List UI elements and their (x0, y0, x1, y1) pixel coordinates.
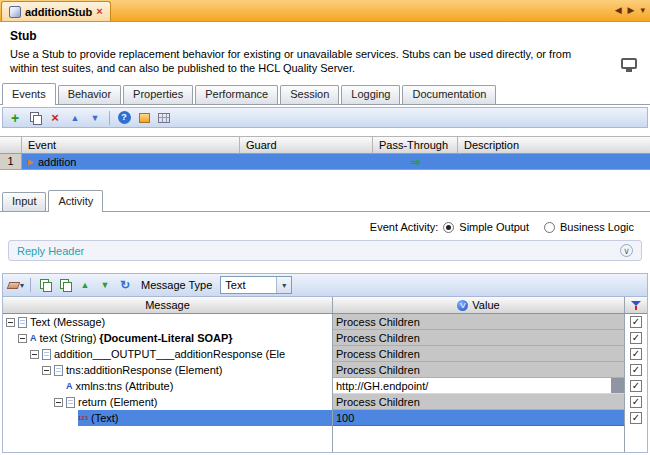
help-button[interactable]: ? (116, 110, 132, 126)
include-checkbox[interactable]: ✓ (630, 332, 642, 344)
tab-input[interactable]: Input (2, 192, 46, 211)
collapse-toggle-icon[interactable] (54, 398, 63, 407)
element-node-icon (54, 365, 63, 376)
tab-events[interactable]: Events (2, 83, 56, 105)
node-format-label: {Document-Literal SOAP} (99, 332, 232, 344)
move-down-button[interactable]: ▼ (87, 110, 103, 126)
collapse-toggle-icon[interactable] (6, 318, 15, 327)
event-row-addition[interactable]: 1 ► addition ⇒ (0, 154, 650, 170)
message-row[interactable]: return (Element) Process Children ✓ (3, 394, 647, 410)
event-sub-tabs: Input Activity (0, 190, 650, 212)
toolbar-separator (109, 111, 110, 125)
include-checkbox[interactable]: ✓ (630, 348, 642, 360)
text-node-icon: 123 (78, 415, 88, 421)
message-table-header: Message V Value (3, 297, 647, 314)
node-label: Text (Message) (30, 316, 105, 328)
value-cell[interactable]: http://GH.endpoint/ (333, 378, 625, 394)
view-menu-icon[interactable]: ▾ (640, 5, 645, 15)
formatter-button[interactable]: ▾ (8, 277, 24, 293)
message-row[interactable]: Atext (String){Document-Literal SOAP} Pr… (3, 330, 647, 346)
package-button[interactable] (136, 110, 152, 126)
collapse-toggle-icon[interactable] (30, 350, 39, 359)
column-message[interactable]: Message (3, 297, 333, 313)
column-guard[interactable]: Guard (240, 137, 373, 153)
add-event-button[interactable]: + (7, 110, 23, 126)
move-field-up-button[interactable]: ▲ (77, 277, 93, 293)
column-event[interactable]: Event (22, 137, 240, 153)
stub-description: Use a Stub to provide replacement behavi… (10, 47, 602, 75)
column-filter[interactable] (625, 297, 647, 313)
message-row[interactable]: Text (Message) Process Children ✓ (3, 314, 647, 330)
tab-documentation[interactable]: Documentation (402, 85, 496, 104)
reply-header-section[interactable]: Reply Header ∨ (8, 240, 642, 261)
grid-icon (158, 113, 170, 123)
move-field-down-button[interactable]: ▼ (97, 277, 113, 293)
copy-event-button[interactable] (27, 110, 43, 126)
business-logic-label: Business Logic (560, 221, 634, 233)
tab-performance[interactable]: Performance (195, 85, 278, 104)
attribute-node-icon: A (66, 381, 73, 391)
copy-icon (30, 112, 41, 124)
node-label: addition___OUTPUT___additionResponse (El… (54, 348, 285, 360)
event-arrow-icon: ► (26, 157, 35, 167)
node-label: return (Element) (78, 396, 157, 408)
monitor-icon[interactable] (621, 58, 637, 69)
cell-end-block (611, 378, 624, 393)
tab-session[interactable]: Session (280, 85, 339, 104)
column-value[interactable]: V Value (333, 297, 625, 313)
tab-additionstub[interactable]: additionStub × (1, 1, 111, 21)
value-cell[interactable]: Process Children (333, 394, 625, 410)
eraser-icon (7, 282, 21, 289)
tab-logging[interactable]: Logging (341, 85, 400, 104)
element-node-icon (66, 397, 75, 408)
nav-back-icon[interactable]: ◀ (615, 5, 622, 15)
event-activity-row: Event Activity: Simple Output Business L… (0, 212, 650, 236)
include-checkbox[interactable]: ✓ (630, 412, 642, 424)
include-checkbox[interactable]: ✓ (630, 396, 642, 408)
paste-message-button[interactable] (57, 277, 73, 293)
description-cell (458, 154, 650, 169)
tab-activity[interactable]: Activity (48, 190, 103, 212)
include-checkbox[interactable]: ✓ (630, 316, 642, 328)
package-icon (139, 113, 150, 123)
editor-tabstrip: additionStub × ◀ ▶ ▾ (0, 0, 650, 22)
event-activity-label: Event Activity: (370, 221, 438, 233)
message-row[interactable]: addition___OUTPUT___additionResponse (El… (3, 346, 647, 362)
collapse-toggle-icon[interactable] (42, 366, 51, 375)
message-type-dropdown[interactable]: Text ▾ (220, 276, 292, 294)
table-view-button[interactable] (156, 110, 172, 126)
copy-message-button[interactable] (37, 277, 53, 293)
value-cell[interactable]: Process Children (333, 314, 625, 330)
reply-header-title: Reply Header (17, 245, 84, 257)
refresh-button[interactable]: ↻ (117, 277, 133, 293)
simple-output-label: Simple Output (459, 221, 529, 233)
view-nav: ◀ ▶ ▾ (615, 5, 645, 15)
tab-properties[interactable]: Properties (123, 85, 193, 104)
event-name: addition (38, 156, 77, 168)
column-pass-through[interactable]: Pass-Through (373, 137, 458, 153)
nav-forward-icon[interactable]: ▶ (628, 5, 635, 15)
close-tab-icon[interactable]: × (96, 6, 102, 17)
value-cell[interactable]: Process Children (333, 362, 625, 378)
value-cell[interactable]: Process Children (333, 330, 625, 346)
collapse-toggle-icon[interactable] (18, 334, 27, 343)
node-label: xmlns:tns (Attribute) (76, 380, 174, 392)
events-table-header: Event Guard Pass-Through Description (0, 136, 650, 154)
message-row[interactable]: tns:additionResponse (Element) Process C… (3, 362, 647, 378)
value-cell[interactable]: 100 (333, 410, 625, 426)
radio-simple-output[interactable] (443, 222, 454, 233)
include-checkbox[interactable]: ✓ (630, 364, 642, 376)
message-row[interactable]: Axmlns:tns (Attribute) http://GH.endpoin… (3, 378, 647, 394)
radio-business-logic[interactable] (544, 222, 555, 233)
tab-behavior[interactable]: Behavior (58, 85, 121, 104)
delete-event-button[interactable]: × (47, 110, 63, 126)
move-up-button[interactable]: ▲ (67, 110, 83, 126)
node-label: tns:additionResponse (Element) (66, 364, 223, 376)
tab-title: additionStub (25, 6, 92, 18)
collapse-chevron-icon[interactable]: ∨ (620, 244, 633, 257)
copy-icon (40, 279, 51, 291)
column-description[interactable]: Description (458, 137, 650, 153)
include-checkbox[interactable]: ✓ (630, 380, 642, 392)
message-row-selected[interactable]: 123(Text) 100 ✓ (3, 410, 647, 426)
value-cell[interactable]: Process Children (333, 346, 625, 362)
